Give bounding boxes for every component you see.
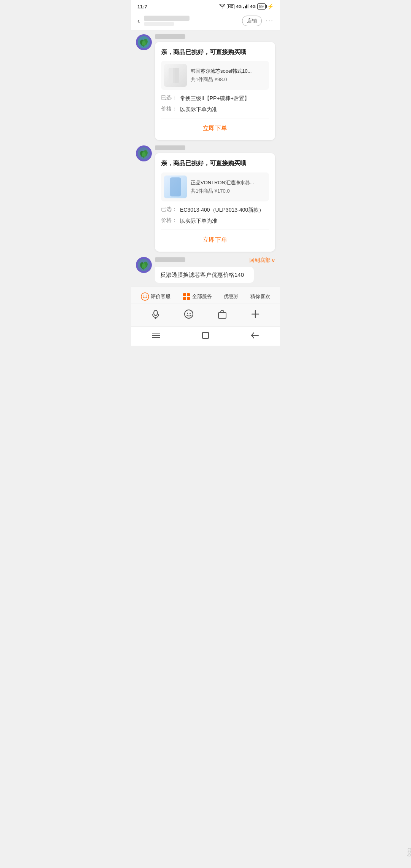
msg-content-1: 亲，商品已挑好，可直接购买哦 韩国苏尔滤芯sooel韩式10... 共1件商品 …: [155, 34, 275, 140]
card-divider-1: [161, 118, 269, 118]
svg-rect-24: [183, 297, 186, 300]
more-button[interactable]: ···: [266, 17, 274, 25]
product-name-1: 韩国苏尔滤芯sooel韩式10...: [191, 68, 266, 75]
svg-rect-2: [246, 5, 247, 8]
wifi-icon: [219, 4, 225, 9]
status-icons: HD 4G 4G 99 ⚡: [219, 3, 274, 10]
svg-point-26: [154, 310, 158, 316]
product-info-row-1: 韩国苏尔滤芯sooel韩式10... 共1件商品 ¥98.0: [161, 61, 269, 90]
message-row-3: 回到底部 ∨ 反渗透膜换滤芯客户优惠价格140: [136, 257, 275, 283]
chevron-down-icon: ∨: [271, 257, 275, 263]
recommend-label: 猜你喜欢: [250, 293, 270, 300]
message-row-2: 亲，商品已挑好，可直接购买哦 正品VONTRON汇通净水器... 共1件商品 ¥…: [136, 145, 275, 251]
avatar-3: [136, 257, 152, 273]
svg-point-19: [141, 293, 149, 300]
status-bar: 11:7 HD 4G 4G 99 ⚡: [131, 0, 280, 11]
sender-name-2: [155, 145, 185, 150]
price-row-2: 价格： 以实际下单为准: [161, 217, 269, 225]
product-details-2: 正品VONTRON汇通净水器... 共1件商品 ¥170.0: [191, 179, 266, 195]
bag-button[interactable]: [215, 307, 229, 321]
back-button[interactable]: ‹: [137, 16, 140, 25]
selected-value-1: 常换三级II【PP+碳棒+后置】: [180, 94, 250, 102]
card-title-2: 亲，商品已挑好，可直接购买哦: [161, 159, 269, 168]
4g-plus-icon: 4G: [250, 4, 256, 9]
svg-rect-23: [187, 293, 190, 296]
message-row-1: 亲，商品已挑好，可直接购买哦 韩国苏尔滤芯sooel韩式10... 共1件商品 …: [136, 34, 275, 140]
svg-point-31: [190, 313, 191, 314]
svg-rect-3: [248, 4, 249, 8]
battery-icon: 99: [257, 3, 266, 10]
header-actions: 店铺 ···: [242, 16, 274, 26]
goto-bottom-button[interactable]: 回到底部 ∨: [249, 257, 275, 264]
header-subtitle: [144, 22, 174, 26]
sender-name-1: [155, 34, 185, 39]
nav-menu-button[interactable]: [148, 330, 164, 341]
product-thumb-2: [164, 176, 187, 198]
svg-point-30: [187, 313, 188, 314]
product-card-2: 亲，商品已挑好，可直接购买哦 正品VONTRON汇通净水器... 共1件商品 ¥…: [155, 153, 275, 251]
selected-label-1: 已选：: [161, 94, 177, 101]
text-bubble-3: 反渗透膜换滤芯客户优惠价格140: [155, 267, 254, 283]
sender-name-3: [155, 257, 185, 262]
product-details-1: 韩国苏尔滤芯sooel韩式10... 共1件商品 ¥98.0: [191, 68, 266, 83]
service-item-recommend[interactable]: 猜你喜欢: [250, 293, 270, 300]
selected-label-2: 已选：: [161, 206, 177, 213]
selected-value-2: EC3013-400（ULP3013-400新款）: [180, 206, 264, 214]
svg-rect-25: [187, 297, 190, 300]
price-value-1: 以实际下单为准: [180, 105, 217, 113]
price-row-1: 价格： 以实际下单为准: [161, 105, 269, 113]
signal-icon: [243, 4, 249, 9]
selected-row-2: 已选： EC3013-400（ULP3013-400新款）: [161, 206, 269, 214]
nav-home-button[interactable]: [197, 330, 214, 341]
toolbar-services: 评价客服 全部服务 优惠券 猜你喜欢: [131, 290, 280, 303]
order-button-2[interactable]: 立即下单: [161, 235, 269, 246]
product-name-2: 正品VONTRON汇通净水器...: [191, 179, 266, 186]
emoji-button[interactable]: [182, 307, 196, 321]
avatar-1: [136, 34, 152, 50]
service-item-coupon[interactable]: 优惠券: [224, 293, 239, 300]
service-item-rate[interactable]: 评价客服: [141, 292, 170, 301]
chat-area: 亲，商品已挑好，可直接购买哦 韩国苏尔滤芯sooel韩式10... 共1件商品 …: [131, 30, 280, 287]
hd-badge: HD: [227, 4, 234, 9]
voice-button[interactable]: [149, 307, 162, 321]
order-button-1[interactable]: 立即下单: [161, 123, 269, 134]
product-card-1: 亲，商品已挑好，可直接购买哦 韩国苏尔滤芯sooel韩式10... 共1件商品 …: [155, 42, 275, 140]
header-title-area: [144, 16, 242, 26]
svg-point-29: [185, 310, 193, 318]
rate-icon: [141, 292, 149, 301]
msg-content-3: 回到底部 ∨ 反渗透膜换滤芯客户优惠价格140: [155, 257, 275, 283]
status-time: 11:7: [137, 4, 147, 10]
header-username: [144, 16, 190, 21]
svg-rect-32: [218, 313, 226, 318]
all-services-icon: [182, 292, 191, 301]
svg-point-21: [146, 296, 147, 297]
header: ‹ 店铺 ···: [131, 11, 280, 30]
svg-point-20: [143, 296, 144, 297]
plus-button[interactable]: [249, 307, 262, 321]
price-label-2: 价格：: [161, 217, 177, 224]
selected-row-1: 已选： 常换三级II【PP+碳棒+后置】: [161, 94, 269, 102]
product-price-count-2: 共1件商品 ¥170.0: [191, 188, 266, 195]
price-label-1: 价格：: [161, 105, 177, 112]
avatar-2: [136, 145, 152, 161]
service-item-all[interactable]: 全部服务: [182, 292, 212, 301]
msg-content-2: 亲，商品已挑好，可直接购买哦 正品VONTRON汇通净水器... 共1件商品 ¥…: [155, 145, 275, 251]
svg-rect-22: [183, 293, 186, 296]
bottom-toolbar: 评价客服 全部服务 优惠券 猜你喜欢: [131, 287, 280, 326]
svg-rect-38: [202, 332, 209, 338]
svg-rect-1: [245, 6, 246, 8]
price-value-2: 以实际下单为准: [180, 217, 217, 225]
nav-bar: [131, 326, 280, 346]
coupon-label: 优惠券: [224, 293, 239, 300]
card-title-1: 亲，商品已挑好，可直接购买哦: [161, 48, 269, 56]
toolbar-actions: [131, 303, 280, 325]
product-price-count-1: 共1件商品 ¥98.0: [191, 76, 266, 83]
product-thumb-1: [164, 64, 187, 87]
store-button[interactable]: 店铺: [242, 16, 262, 26]
product-info-row-2: 正品VONTRON汇通净水器... 共1件商品 ¥170.0: [161, 172, 269, 201]
charging-icon: ⚡: [267, 3, 274, 10]
all-services-label: 全部服务: [192, 293, 212, 300]
card-divider-2: [161, 230, 269, 230]
nav-back-button[interactable]: [247, 330, 263, 341]
svg-rect-0: [243, 7, 244, 8]
